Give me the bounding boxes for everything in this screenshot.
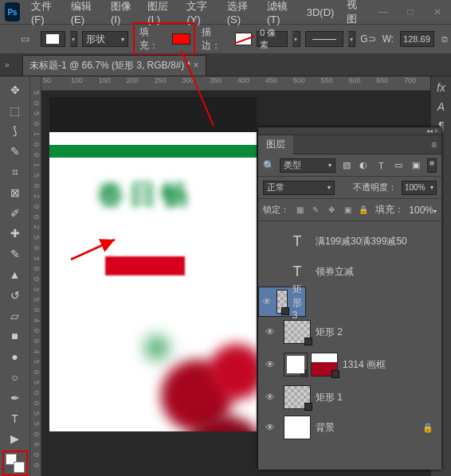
tab-list-dropdown-icon[interactable]: »: [5, 60, 22, 69]
stroke-style-select[interactable]: [305, 31, 343, 47]
blur-tool-icon[interactable]: ●: [6, 346, 25, 367]
visibility-toggle-icon[interactable]: 👁: [261, 326, 279, 337]
menu-file[interactable]: 文件(F): [25, 0, 65, 29]
frame-tool-icon[interactable]: ⊠: [6, 182, 25, 203]
document-tab[interactable]: 未标题-1 @ 66.7% (矩形 3, RGB/8#) * ×: [22, 55, 206, 76]
lock-all-icon[interactable]: 🔒: [358, 205, 369, 216]
dodge-tool-icon[interactable]: ○: [6, 367, 25, 388]
window-minimize-icon[interactable]: —: [370, 5, 397, 19]
frame-content-thumb[interactable]: [311, 353, 338, 377]
ruler-tick: 6: [30, 443, 41, 453]
menu-3d[interactable]: 3D(D): [300, 3, 341, 21]
layer-name[interactable]: 矩形 1: [316, 391, 343, 404]
swatch-button[interactable]: [41, 31, 65, 47]
filter-kind-select[interactable]: 类型▾: [280, 158, 335, 173]
filter-adjust-icon[interactable]: ◐: [357, 159, 370, 172]
fg-bg-colors-highlight[interactable]: [2, 451, 28, 476]
blend-mode-select[interactable]: 正常▾: [263, 181, 335, 195]
layer-thumbnail[interactable]: [284, 416, 311, 439]
lasso-tool-icon[interactable]: ⟆: [6, 121, 25, 142]
ruler-tick: 2: [30, 194, 41, 205]
ruler-tick: 0: [30, 432, 41, 443]
document-canvas[interactable]: 春日畅: [49, 97, 257, 431]
filter-smart-icon[interactable]: ▣: [410, 159, 422, 172]
layer-row[interactable]: 👁矩形 2: [258, 317, 441, 347]
visibility-toggle-icon[interactable]: 👁: [261, 359, 279, 370]
fill-opacity-label: 填充：: [375, 203, 404, 217]
lock-paint-icon[interactable]: ✎: [310, 205, 321, 216]
layer-row[interactable]: T满199减30满399减50: [258, 226, 441, 256]
path-select-tool-icon[interactable]: ▶: [6, 429, 25, 450]
layer-row[interactable]: 👁矩形 1: [258, 382, 441, 412]
crop-tool-icon[interactable]: ⌗: [6, 162, 25, 182]
layer-thumbnail[interactable]: [284, 320, 311, 344]
width-input[interactable]: 128.69: [400, 31, 434, 47]
stroke-color-swatch[interactable]: [235, 33, 252, 45]
type-tool-icon[interactable]: T: [6, 408, 25, 429]
window-close-icon[interactable]: ✕: [424, 5, 451, 19]
layer-name[interactable]: 领券立减: [316, 265, 354, 279]
char-panel-icon[interactable]: A: [437, 100, 445, 113]
healing-tool-icon[interactable]: ✚: [6, 224, 25, 244]
fill-opacity-input[interactable]: 100%▾: [409, 205, 437, 216]
frame-mask-thumb[interactable]: [284, 353, 308, 377]
move-tool-icon[interactable]: ✥: [6, 80, 25, 100]
link-wh-icon[interactable]: ⧉: [439, 33, 451, 45]
layers-tab[interactable]: 图层: [258, 135, 293, 154]
lock-icon: 🔒: [422, 423, 438, 433]
filter-shape-icon[interactable]: ▭: [392, 159, 405, 172]
filter-pixel-icon[interactable]: ▧: [340, 159, 353, 172]
menu-select[interactable]: 选择(S): [221, 0, 261, 29]
panel-collapse-bar[interactable]: ◂◂ ≡: [258, 127, 441, 135]
layer-row[interactable]: 👁1314 画框: [258, 347, 441, 382]
panel-menu-icon[interactable]: ≡: [426, 139, 441, 150]
ruler-tick: 0: [30, 308, 41, 318]
lock-trans-icon[interactable]: ▦: [294, 205, 305, 216]
canvas-red-rectangle[interactable]: [105, 256, 185, 275]
stamp-tool-icon[interactable]: ▲: [6, 264, 25, 285]
fill-color-swatch[interactable]: [172, 33, 190, 45]
filter-type-icon[interactable]: T: [375, 159, 387, 172]
window-maximize-icon[interactable]: □: [397, 5, 424, 19]
visibility-toggle-icon[interactable]: 👁: [261, 422, 279, 433]
layer-thumbnail[interactable]: [276, 290, 288, 314]
search-icon[interactable]: 🔍: [263, 160, 275, 171]
layer-row[interactable]: T领券立减: [258, 256, 441, 287]
layer-thumbnail[interactable]: [284, 385, 311, 409]
layer-name[interactable]: 矩形 3: [292, 283, 302, 321]
layer-row[interactable]: 👁背景🔒: [258, 412, 441, 443]
lock-artboard-icon[interactable]: ▣: [342, 205, 353, 216]
ruler-tick: 0: [30, 205, 41, 215]
layer-name[interactable]: 背景: [316, 421, 335, 435]
pen-tool-icon[interactable]: ✒: [6, 388, 25, 408]
history-brush-tool-icon[interactable]: ↺: [6, 285, 25, 306]
eyedropper-tool-icon[interactable]: ✐: [6, 203, 25, 224]
tab-close-icon[interactable]: ×: [194, 60, 199, 71]
active-tool-icon[interactable]: ▭: [14, 30, 36, 48]
visibility-toggle-icon[interactable]: 👁: [262, 296, 272, 307]
filter-toggle[interactable]: [427, 158, 437, 173]
layer-name[interactable]: 1314 画框: [343, 358, 386, 372]
lock-pos-icon[interactable]: ✥: [326, 205, 337, 216]
opacity-input[interactable]: 100%▾: [402, 181, 437, 195]
menu-filter[interactable]: 滤镜(T): [261, 0, 300, 29]
shape-mode-select[interactable]: 形状▾: [82, 31, 128, 47]
menu-view[interactable]: 视图: [340, 0, 370, 29]
swatch-dropdown-icon[interactable]: ▾: [70, 31, 78, 47]
layer-row[interactable]: 👁矩形 3: [258, 287, 306, 317]
background-color-icon[interactable]: [14, 462, 25, 473]
quick-select-tool-icon[interactable]: ✎: [6, 141, 25, 162]
stroke-width-dropdown-icon[interactable]: ▾: [292, 31, 300, 47]
marquee-tool-icon[interactable]: ⬚: [6, 100, 25, 121]
brush-tool-icon[interactable]: ✎: [6, 244, 25, 264]
fx-panel-icon[interactable]: fx: [437, 81, 445, 94]
layer-name[interactable]: 矩形 2: [316, 326, 343, 339]
go-label: G⊃: [360, 33, 375, 45]
gradient-tool-icon[interactable]: ■: [6, 326, 25, 347]
stroke-width-input[interactable]: 0 像素: [257, 31, 288, 47]
layer-name[interactable]: 满199减30满399减50: [316, 235, 407, 248]
stroke-style-dropdown-icon[interactable]: ▾: [348, 31, 356, 47]
visibility-toggle-icon[interactable]: 👁: [261, 392, 279, 403]
menu-edit[interactable]: 编辑(E): [65, 0, 104, 29]
eraser-tool-icon[interactable]: ▱: [6, 306, 25, 326]
